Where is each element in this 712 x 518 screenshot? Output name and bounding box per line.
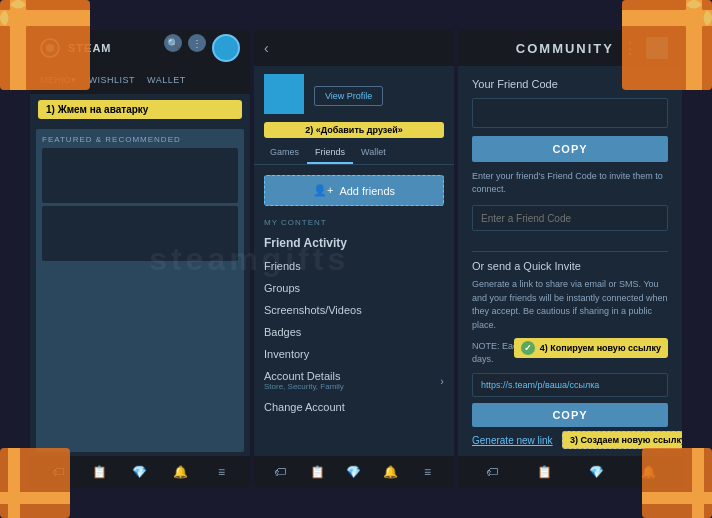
list-icon[interactable]: 📋	[91, 464, 107, 480]
account-details-label: Account Details Store, Security, Family	[264, 370, 344, 391]
copy-button-2[interactable]: COPY	[472, 403, 668, 427]
diamond-icon-mid[interactable]: 💎	[346, 464, 362, 480]
svg-rect-12	[692, 448, 704, 518]
friend-code-input[interactable]	[472, 98, 668, 128]
enter-friend-code-input[interactable]	[472, 205, 668, 231]
copy-button-1[interactable]: COPY	[472, 136, 668, 162]
tab-friends[interactable]: Friends	[307, 142, 353, 164]
quick-invite-title: Or send a Quick Invite	[472, 260, 668, 272]
nav-wallet[interactable]: WALLET	[143, 73, 190, 87]
user-avatar[interactable]	[212, 34, 240, 62]
friends-panel: ‹ View Profile 2) «Добавить друзей» Game…	[254, 30, 454, 488]
tab-games[interactable]: Games	[262, 142, 307, 164]
change-account-item[interactable]: Change Account	[254, 396, 454, 418]
add-friends-label: Add friends	[339, 185, 395, 197]
generate-link-row: Generate new link 3) Создаем новую ссылк…	[472, 433, 668, 448]
inventory-item[interactable]: Inventory	[254, 343, 454, 365]
steam-header-icons: 🔍 ⋮	[164, 34, 240, 62]
featured-label: FEATURED & RECOMMENDED	[36, 129, 244, 148]
featured-items	[36, 148, 244, 261]
menu-icon-mid[interactable]: ≡	[420, 464, 436, 480]
friend-activity-item[interactable]: Friend Activity	[254, 231, 454, 255]
add-friends-tooltip: 2) «Добавить друзей»	[264, 122, 444, 138]
svg-rect-13	[642, 492, 712, 504]
content-list: Friend Activity Friends Groups Screensho…	[254, 231, 454, 418]
list-icon-right[interactable]: 📋	[536, 464, 552, 480]
steam-client-panel: STEAM 🔍 ⋮ МЕНЮ▾ WISHLIST WALLET 1) Жмем …	[30, 30, 250, 488]
my-content-label: MY CONTENT	[254, 212, 454, 231]
svg-point-3	[6, 6, 30, 30]
invite-description: Enter your friend's Friend Code to invit…	[472, 170, 668, 195]
tag-icon-right[interactable]: 🏷	[484, 464, 500, 480]
tooltip-1: 1) Жмем на аватарку	[38, 100, 242, 119]
groups-item[interactable]: Groups	[254, 277, 454, 299]
view-profile-button[interactable]: View Profile	[314, 86, 383, 106]
featured-item-2	[42, 206, 238, 261]
back-arrow-icon[interactable]: ‹	[264, 40, 269, 56]
community-content: Your Friend Code COPY Enter your friend'…	[458, 66, 682, 456]
diamond-icon-right[interactable]: 💎	[588, 464, 604, 480]
account-details-item[interactable]: Account Details Store, Security, Family …	[254, 365, 454, 396]
add-friends-icon: 👤+	[313, 184, 333, 197]
bell-icon-mid[interactable]: 🔔	[383, 464, 399, 480]
more-icon[interactable]: ⋮	[188, 34, 206, 52]
quick-invite-desc: Generate a link to share via email or SM…	[472, 278, 668, 332]
check-icon: ✓	[521, 341, 535, 355]
chevron-right-icon: ›	[440, 375, 444, 387]
middle-bottom-bar: 🏷 📋 💎 🔔 ≡	[254, 456, 454, 488]
nav-wishlist[interactable]: WISHLIST	[85, 73, 140, 87]
screenshots-item[interactable]: Screenshots/Videos	[254, 299, 454, 321]
profile-preview-avatar	[264, 74, 304, 114]
link-url-input[interactable]	[472, 373, 668, 397]
svg-rect-10	[0, 492, 70, 504]
badges-item[interactable]: Badges	[254, 321, 454, 343]
tag-icon-mid[interactable]: 🏷	[272, 464, 288, 480]
divider	[472, 251, 668, 252]
friends-item[interactable]: Friends	[254, 255, 454, 277]
copy-tooltip-4: ✓ 4) Копируем новую ссылку	[514, 338, 668, 358]
community-title: COMMUNITY	[472, 41, 614, 56]
friends-header: ‹	[254, 30, 454, 66]
add-friends-button[interactable]: 👤+ Add friends	[264, 175, 444, 206]
diamond-icon[interactable]: 💎	[132, 464, 148, 480]
tab-wallet[interactable]: Wallet	[353, 142, 394, 164]
generate-link-button[interactable]: Generate new link	[472, 433, 553, 448]
profile-row: View Profile	[254, 66, 454, 118]
featured-item-1	[42, 148, 238, 203]
gift-corner-tr	[622, 0, 712, 90]
quick-invite-note: NOTE: Each link automatically expires af…	[472, 340, 668, 365]
gift-corner-bl	[0, 448, 70, 518]
svg-point-7	[682, 6, 706, 30]
svg-rect-9	[8, 448, 20, 518]
account-details-title: Account Details	[264, 370, 344, 382]
account-details-sub: Store, Security, Family	[264, 382, 344, 391]
friends-tabs: Games Friends Wallet	[254, 142, 454, 165]
menu-icon[interactable]: ≡	[214, 464, 230, 480]
gift-corner-br	[642, 448, 712, 518]
list-icon-mid[interactable]: 📋	[309, 464, 325, 480]
gift-corner-tl	[0, 0, 90, 90]
bell-icon[interactable]: 🔔	[173, 464, 189, 480]
search-icon[interactable]: 🔍	[164, 34, 182, 52]
left-content: FEATURED & RECOMMENDED	[36, 129, 244, 452]
community-panel: COMMUNITY ⋮ Your Friend Code COPY Enter …	[458, 30, 682, 488]
copy-tooltip-4-text: 4) Копируем новую ссылку	[540, 343, 661, 353]
main-container: STEAM 🔍 ⋮ МЕНЮ▾ WISHLIST WALLET 1) Жмем …	[30, 30, 682, 488]
generate-tooltip-3: 3) Создаем новую ссылку	[562, 431, 682, 449]
